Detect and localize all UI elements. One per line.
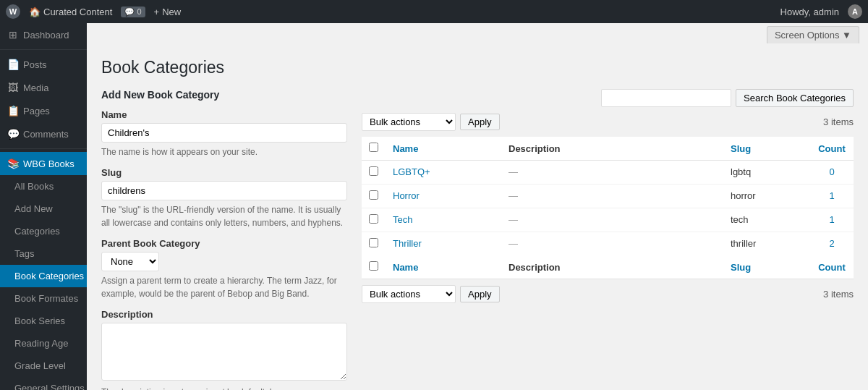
sidebar-item-book-series[interactable]: Book Series: [0, 310, 87, 332]
col-footer-name[interactable]: Name: [386, 255, 501, 279]
apply-button-bottom[interactable]: Apply: [460, 286, 500, 302]
sidebar: ⊞ Dashboard 📄 Posts 🖼 Media 📋 Pages 💬 Co…: [0, 23, 87, 390]
sidebar-item-label: All Books: [14, 181, 54, 192]
screen-options-bar: Screen Options ▼: [87, 23, 868, 46]
col-header-slug[interactable]: Slug: [723, 137, 810, 161]
admin-avatar[interactable]: A: [848, 4, 862, 19]
cell-count[interactable]: 2: [810, 232, 854, 256]
sidebar-item-reading-age[interactable]: Reading Age: [0, 332, 87, 355]
main-content: Screen Options ▼ Book Categories Add New…: [87, 23, 868, 390]
sidebar-item-comments[interactable]: 💬 Comments: [0, 122, 87, 145]
pages-icon: 📋: [7, 105, 19, 116]
admin-bar-comments[interactable]: 💬 0: [121, 7, 145, 17]
select-all-checkbox[interactable]: [369, 143, 378, 152]
sidebar-item-dashboard[interactable]: ⊞ Dashboard: [0, 23, 87, 46]
sidebar-item-book-formates[interactable]: Book Formates: [0, 287, 87, 310]
count-link[interactable]: 1: [829, 214, 834, 225]
admin-bar-new[interactable]: + New: [154, 7, 182, 17]
apply-button-top[interactable]: Apply: [460, 114, 500, 130]
category-link[interactable]: Horror: [393, 190, 420, 201]
sidebar-item-pages[interactable]: 📋 Pages: [0, 99, 87, 122]
description-textarea[interactable]: [101, 323, 347, 381]
admin-bar-site[interactable]: 🏠 Curated Content: [29, 7, 112, 17]
categories-table: Name Description Slug Count LGBTQ+ — lgb…: [362, 137, 854, 279]
sidebar-item-categories[interactable]: Categories: [0, 220, 87, 242]
cell-count[interactable]: 1: [810, 208, 854, 232]
screen-options-button[interactable]: Screen Options ▼: [767, 26, 859, 43]
wp-logo[interactable]: W: [6, 4, 20, 19]
sidebar-item-label: Comments: [23, 129, 69, 140]
row-checkbox[interactable]: [369, 238, 378, 247]
cell-description: —: [501, 161, 723, 185]
cell-description: —: [501, 185, 723, 208]
sidebar-item-label: Reading Age: [14, 338, 68, 349]
comments-icon: 💬: [7, 128, 19, 140]
house-icon: 🏠: [29, 7, 41, 17]
bulk-actions-select-bottom[interactable]: Bulk actions: [362, 285, 456, 303]
name-input[interactable]: [101, 123, 347, 143]
table-area: Search Book Categories Bulk actions Appl…: [362, 89, 854, 303]
sidebar-item-tags[interactable]: Tags: [0, 242, 87, 265]
bulk-actions-select-top[interactable]: Bulk actions: [362, 113, 456, 131]
sidebar-item-media[interactable]: 🖼 Media: [0, 76, 87, 99]
sidebar-item-label: Book Series: [14, 315, 65, 326]
count-link[interactable]: 1: [829, 190, 834, 201]
search-button[interactable]: Search Book Categories: [736, 89, 854, 107]
parent-group: Parent Book Category None Assign a paren…: [101, 238, 347, 300]
parent-select[interactable]: None: [101, 252, 159, 271]
table-row: Tech — tech 1: [362, 208, 854, 232]
name-hint: The name is how it appears on your site.: [101, 145, 347, 158]
col-header-name[interactable]: Name: [386, 137, 501, 161]
row-checkbox[interactable]: [369, 214, 378, 224]
slug-input[interactable]: [101, 181, 347, 200]
count-link[interactable]: 2: [829, 238, 834, 249]
items-count-bottom: 3 items: [823, 289, 854, 300]
name-label: Name: [101, 109, 347, 120]
add-new-form: Add New Book Category Name The name is h…: [101, 89, 347, 390]
form-title: Add New Book Category: [101, 89, 347, 101]
category-link[interactable]: Thriller: [393, 238, 422, 249]
sidebar-item-book-categories[interactable]: Book Categories: [0, 265, 87, 287]
description-label: Description: [101, 309, 347, 320]
top-toolbar: Bulk actions Apply 3 items: [362, 113, 854, 131]
sidebar-item-label: Tags: [14, 248, 34, 259]
cell-name: LGBTQ+: [386, 161, 501, 185]
description-hint: The description is not prominent by defa…: [101, 386, 347, 390]
sidebar-item-wgb-books[interactable]: 📚 WBG Books: [0, 152, 87, 175]
description-group: Description The description is not promi…: [101, 309, 347, 390]
sidebar-item-posts[interactable]: 📄 Posts: [0, 53, 87, 76]
col-footer-slug[interactable]: Slug: [723, 255, 810, 279]
table-row: Horror — horror 1: [362, 185, 854, 208]
books-icon: 📚: [7, 158, 19, 169]
sidebar-item-label: Dashboard: [23, 30, 69, 41]
admin-bar-howdy: Howdy, admin: [780, 7, 839, 17]
sidebar-item-general-settings[interactable]: General Settings: [0, 377, 87, 390]
count-link[interactable]: 0: [829, 166, 834, 177]
cell-description: —: [501, 208, 723, 232]
search-input[interactable]: [601, 89, 731, 107]
sidebar-item-grade-level[interactable]: Grade Level: [0, 355, 87, 377]
sidebar-item-add-new[interactable]: Add New: [0, 198, 87, 220]
col-header-count[interactable]: Count: [810, 137, 854, 161]
slug-label: Slug: [101, 167, 347, 178]
category-link[interactable]: LGBTQ+: [393, 166, 430, 177]
sidebar-item-label: Add New: [14, 203, 53, 214]
sidebar-item-label: Categories: [14, 226, 60, 237]
col-footer-count[interactable]: Count: [810, 255, 854, 279]
sidebar-item-all-books[interactable]: All Books: [0, 175, 87, 198]
table-row: Thriller — thriller 2: [362, 232, 854, 256]
select-all-checkbox-bottom[interactable]: [369, 261, 378, 271]
category-link[interactable]: Tech: [393, 214, 412, 225]
cell-count[interactable]: 1: [810, 185, 854, 208]
sidebar-item-label: WBG Books: [23, 158, 75, 169]
cell-name: Tech: [386, 208, 501, 232]
cell-count[interactable]: 0: [810, 161, 854, 185]
cell-name: Horror: [386, 185, 501, 208]
cell-slug: tech: [723, 208, 810, 232]
cell-slug: thriller: [723, 232, 810, 256]
row-checkbox[interactable]: [369, 190, 378, 200]
row-checkbox[interactable]: [369, 166, 378, 176]
content-area: Add New Book Category Name The name is h…: [101, 89, 854, 390]
cell-name: Thriller: [386, 232, 501, 256]
bottom-toolbar: Bulk actions Apply 3 items: [362, 285, 854, 303]
